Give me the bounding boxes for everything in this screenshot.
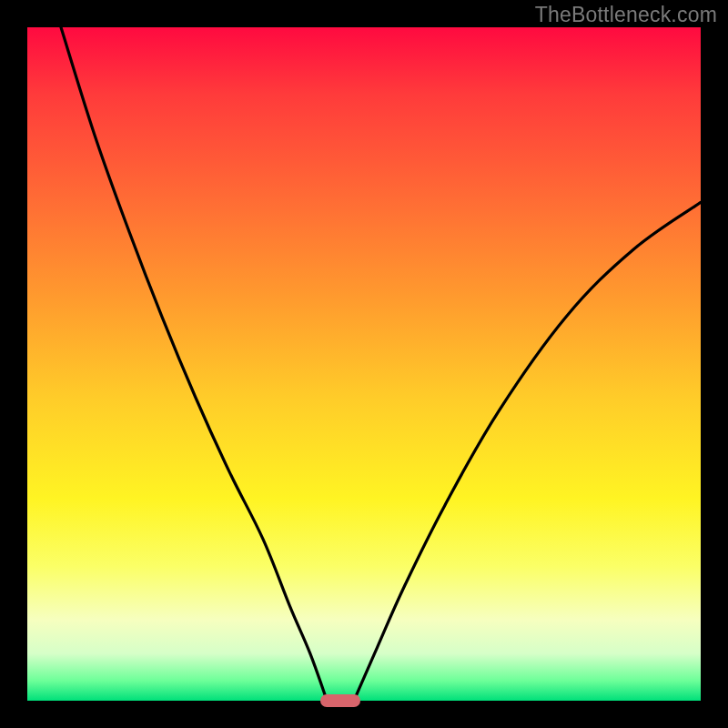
- left-curve: [61, 27, 327, 701]
- right-curve: [354, 202, 701, 701]
- bottleneck-marker: [320, 694, 360, 707]
- watermark-text: TheBottleneck.com: [535, 3, 717, 27]
- chart-frame: TheBottleneck.com: [0, 0, 728, 728]
- plot-area: [27, 27, 701, 701]
- curve-layer: [27, 27, 701, 701]
